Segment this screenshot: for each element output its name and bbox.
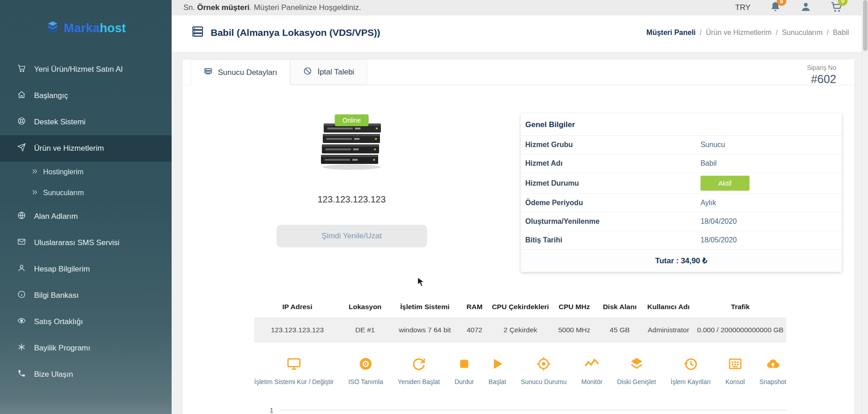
main-area: Sn. Örnek müşteri. Müşteri Panelinize Ho… bbox=[172, 0, 868, 414]
info-row-bitis-tarihi: Bitiş Tarihi 18/05/2020 bbox=[521, 231, 842, 250]
keyboard-icon bbox=[728, 356, 743, 373]
info-row-hizmet-durumu: Hizmet Durumu Aktif bbox=[521, 173, 842, 194]
server-visual: Online bbox=[309, 120, 395, 172]
table-cell: 0.000 / 2000000000000 GB bbox=[694, 317, 786, 343]
action-baslat[interactable]: Başlat bbox=[488, 356, 506, 385]
column-header: Disk Alanı bbox=[597, 302, 643, 312]
sidebar-item-urun-ve-hizmetlerim[interactable]: Ürün ve Hizmetlerim bbox=[0, 135, 172, 162]
sidebar-item-label: Bilgi Bankası bbox=[34, 291, 79, 300]
phone-icon bbox=[17, 369, 26, 380]
breadcrumb-musteri-paneli[interactable]: Müşteri Paneli bbox=[646, 29, 695, 37]
server-ip: 123.123.123.123 bbox=[317, 194, 385, 205]
action-iso-tanimla[interactable]: ISO Tanımla bbox=[348, 356, 383, 385]
table-cell: 123.123.123.123 bbox=[254, 317, 340, 343]
send-icon bbox=[17, 143, 26, 154]
logo[interactable]: Markahost bbox=[0, 0, 172, 56]
sidebar-item-satis-ortakligi[interactable]: Satış Ortaklığı bbox=[0, 309, 172, 335]
sidebar-item-bize-ulasin[interactable]: Bize Ulaşın bbox=[0, 361, 172, 388]
sidebar-item-sunucularim[interactable]: Sunucularım bbox=[0, 182, 172, 203]
table-cell: 45 GB bbox=[597, 317, 643, 343]
breadcrumb-sunucularim[interactable]: Sunucularım bbox=[782, 29, 823, 37]
stop-icon bbox=[457, 356, 472, 373]
sidebar-item-hostinglerim[interactable]: Hostinglerim bbox=[0, 162, 172, 182]
user-icon bbox=[800, 1, 811, 14]
globe-icon bbox=[17, 211, 26, 222]
server-summary-column: Online bbox=[182, 113, 521, 272]
cart-button[interactable]: 0 bbox=[830, 1, 843, 15]
sidebar-item-hesap-bilgilerim[interactable]: Hesap Bilgilerim bbox=[0, 256, 172, 282]
info-row-olusturma-yenilenme: Oluşturma/Yenilenme 18/04/2020 bbox=[521, 212, 842, 231]
pagination: 1 bbox=[270, 406, 786, 414]
breadcrumb: Müşteri Paneli / Ürün ve Hizmetlerim / S… bbox=[646, 29, 849, 37]
general-info-panel: Genel Bilgiler Hizmet Grubu Sunucu Hizme… bbox=[521, 113, 842, 272]
action-konsol[interactable]: Konsol bbox=[725, 356, 745, 385]
action-islem-kayitlari[interactable]: İşlem Kayıtları bbox=[671, 356, 711, 385]
cart-count-badge: 0 bbox=[838, 0, 848, 6]
table-row: 123.123.123.123 DE #1 windows 7 64 bit 4… bbox=[254, 317, 786, 343]
info-row-hizmet-adi: Hizmet Adı Babil bbox=[521, 154, 842, 173]
tab-sunucu-detaylari[interactable]: Sunucu Detayları bbox=[191, 59, 290, 85]
server-rack-image bbox=[309, 164, 395, 172]
server-actions: İşletim Sistemi Kur / Değiştir ISO Tanım… bbox=[254, 356, 786, 385]
sidebar-item-bilgi-bankasi[interactable]: Bilgi Bankası bbox=[0, 282, 172, 309]
activity-icon bbox=[584, 356, 599, 373]
life-ring-icon bbox=[17, 117, 26, 128]
server-icon bbox=[192, 25, 204, 40]
target-icon bbox=[536, 356, 551, 373]
info-row-odeme-periyodu: Ödeme Periyodu Aylık bbox=[521, 194, 842, 212]
order-number: #602 bbox=[807, 73, 836, 86]
topbar-actions: TRY 8 0 bbox=[735, 1, 843, 15]
history-icon bbox=[683, 356, 698, 373]
sidebar-item-destek-sistemi[interactable]: Destek Sistemi bbox=[0, 109, 172, 135]
logo-cube-icon bbox=[46, 20, 59, 36]
action-monitor[interactable]: Monitör bbox=[581, 356, 602, 385]
sidebar-item-label: Uluslararası SMS Servisi bbox=[34, 238, 119, 247]
sidebar-item-label: Satış Ortaklığı bbox=[34, 317, 83, 326]
column-header: Trafik bbox=[694, 302, 786, 312]
sidebar-item-label: Başlangıç bbox=[34, 91, 68, 100]
action-os-install[interactable]: İşletim Sistemi Kur / Değiştir bbox=[254, 356, 334, 385]
renew-button[interactable]: Şimdi Yenile/Uzat bbox=[276, 225, 427, 247]
sidebar-item-label: Hesap Bilgilerim bbox=[34, 265, 90, 274]
sidebar-item-yeni-urun-satin-al[interactable]: Yeni Ürün/Hizmet Satın Al bbox=[0, 56, 172, 83]
server-overview: Online bbox=[182, 85, 854, 272]
breadcrumb-urun-ve-hizmetlerim[interactable]: Ürün ve Hizmetlerim bbox=[706, 29, 772, 37]
tab-iptal-talebi[interactable]: İptal Talebi bbox=[290, 59, 367, 85]
action-snapshot[interactable]: Snapshot bbox=[760, 356, 786, 385]
action-yeniden-baslat[interactable]: Yeniden Başlat bbox=[398, 356, 440, 385]
divider-line bbox=[281, 410, 786, 410]
home-icon bbox=[17, 90, 26, 101]
action-diski-genislet[interactable]: Diski Genişlet bbox=[617, 356, 656, 385]
account-button[interactable] bbox=[800, 1, 811, 14]
sidebar-item-sms-servisi[interactable]: Uluslararası SMS Servisi bbox=[0, 230, 172, 256]
refresh-icon bbox=[411, 356, 426, 373]
scrollbar-thumb[interactable] bbox=[863, 0, 868, 51]
page-number[interactable]: 1 bbox=[270, 406, 273, 414]
column-header: Kullanıcı Adı bbox=[642, 302, 694, 312]
sidebar-item-bayilik-programi[interactable]: Bayilik Programı bbox=[0, 335, 172, 361]
currency-selector[interactable]: TRY bbox=[735, 3, 750, 12]
spec-table-header-row: IP Adresi Lokasyon İşletim Sistemi RAM C… bbox=[254, 302, 786, 312]
status-badge-aktif[interactable]: Aktif bbox=[700, 176, 750, 191]
sidebar-item-baslangic[interactable]: Başlangıç bbox=[0, 83, 172, 109]
column-header: RAM bbox=[460, 302, 489, 312]
user-icon bbox=[17, 264, 26, 275]
sidebar-item-alan-adlarim[interactable]: Alan Adlarım bbox=[0, 203, 172, 230]
disc-icon bbox=[358, 356, 373, 373]
total-amount: Tutar : 34,90 ₺ bbox=[521, 250, 842, 272]
table-cell: 5000 MHz bbox=[552, 317, 597, 343]
notifications-button[interactable]: 8 bbox=[769, 1, 781, 15]
server-icon bbox=[204, 67, 212, 78]
table-cell: 2 Çekirdek bbox=[489, 317, 552, 343]
action-durdur[interactable]: Durdur bbox=[454, 356, 474, 385]
sidebar-item-label: Ürün ve Hizmetlerim bbox=[34, 144, 104, 153]
breadcrumb-babil: Babil bbox=[833, 29, 849, 37]
table-cell: Administrator bbox=[642, 317, 694, 343]
action-sunucu-durumu[interactable]: Sunucu Durumu bbox=[521, 356, 567, 385]
order-info: Sipariş No #602 bbox=[807, 64, 836, 86]
sidebar-item-label: Alan Adlarım bbox=[34, 212, 78, 221]
chevrons-right-icon bbox=[32, 189, 38, 197]
tabs: Sunucu Detayları İptal Talebi bbox=[182, 59, 854, 85]
app-window: Markahost Yeni Ürün/Hizmet Satın Al Başl… bbox=[0, 0, 868, 414]
layers-icon bbox=[629, 356, 644, 373]
